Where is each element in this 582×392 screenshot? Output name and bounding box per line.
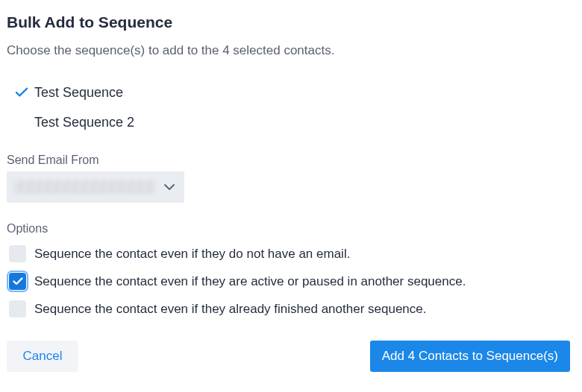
checkbox-no-email[interactable] (9, 245, 26, 262)
cancel-button[interactable]: Cancel (7, 341, 78, 372)
dialog-actions: Cancel Add 4 Contacts to Sequence(s) (7, 341, 570, 372)
checkbox-finished[interactable] (9, 300, 26, 317)
sequence-list: Test Sequence Test Sequence 2 (7, 78, 570, 137)
option-label[interactable]: Sequence the contact even if they alread… (34, 302, 426, 317)
sequence-label: Test Sequence (34, 86, 123, 99)
select-value-redacted (14, 180, 156, 194)
options-section: Options Sequence the contact even if the… (7, 222, 570, 323)
option-row: Sequence the contact even if they do not… (7, 240, 570, 268)
option-label[interactable]: Sequence the contact even if they are ac… (34, 274, 466, 289)
dialog-subtitle: Choose the sequence(s) to add to the 4 s… (7, 43, 570, 58)
send-from-label: Send Email From (7, 154, 570, 167)
sequence-label: Test Sequence 2 (34, 116, 134, 129)
option-row: Sequence the contact even if they are ac… (7, 268, 570, 295)
dialog-title: Bulk Add to Sequence (7, 13, 570, 31)
options-label: Options (7, 222, 570, 235)
sequence-item[interactable]: Test Sequence 2 (7, 107, 570, 137)
option-row: Sequence the contact even if they alread… (7, 295, 570, 323)
submit-button[interactable]: Add 4 Contacts to Sequence(s) (370, 341, 570, 372)
check-icon (15, 87, 28, 98)
check-icon (15, 117, 28, 127)
chevron-down-icon (163, 180, 175, 195)
send-from-select[interactable] (7, 171, 184, 203)
sequence-item[interactable]: Test Sequence (7, 78, 570, 107)
option-label[interactable]: Sequence the contact even if they do not… (34, 247, 350, 262)
checkbox-active-paused[interactable] (9, 273, 26, 290)
